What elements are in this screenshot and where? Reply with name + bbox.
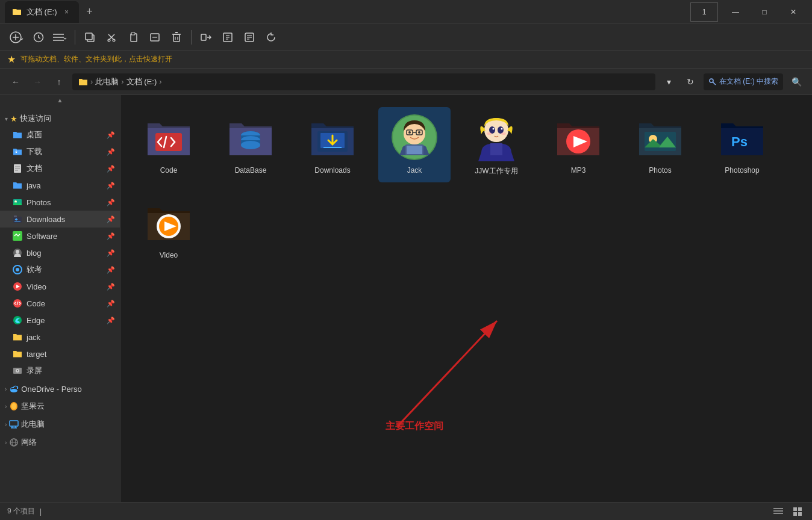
pin-icon: 📌: [107, 131, 115, 139]
recent-button[interactable]: [29, 28, 48, 47]
content-area: Code DataBase: [120, 95, 812, 502]
sidebar-section-thispc: › 此电脑: [0, 415, 120, 433]
up-button[interactable]: ↑: [51, 73, 67, 90]
chevron-right-icon2: ›: [5, 403, 7, 410]
sidebar-item-photos[interactable]: Photos 📌: [0, 194, 120, 211]
softkaoshi-icon: [12, 264, 23, 275]
scroll-up-button[interactable]: ▲: [0, 95, 120, 105]
refresh-button[interactable]: [261, 28, 281, 47]
sidebar-item-photos-label: Photos: [27, 198, 51, 207]
sidebar-onedrive-header[interactable]: › OneDrive - Perso: [0, 382, 120, 396]
sidebar-item-documents[interactable]: 文档 📌: [0, 160, 120, 177]
file-item-video[interactable]: Video: [133, 192, 205, 265]
svg-point-89: [501, 128, 503, 130]
sidebar-item-documents-label: 文档: [27, 163, 42, 174]
sidebar-item-code-label: Code: [27, 299, 45, 308]
move-button[interactable]: [196, 28, 216, 47]
sidebar-item-video[interactable]: Video 📌: [0, 278, 120, 295]
svg-point-81: [408, 131, 411, 134]
sidebar-item-downloads[interactable]: 下载 📌: [0, 143, 120, 160]
breadcrumb-thispc[interactable]: 此电脑: [95, 76, 119, 87]
close-button[interactable]: ✕: [779, 2, 807, 22]
window-count[interactable]: 1: [690, 2, 718, 22]
file-item-downloads[interactable]: Downloads: [296, 107, 369, 182]
pin-icon-sk: 📌: [107, 266, 115, 274]
sidebar-item-record[interactable]: 录屏: [0, 362, 120, 379]
sidebar-item-desktop-label: 桌面: [27, 129, 42, 140]
chevron-down-icon: ▾: [5, 116, 8, 122]
new-button[interactable]: [7, 28, 27, 47]
main-layout: ▲ ▾ ★ 快速访问 桌面 📌 下载: [0, 95, 812, 502]
sidebar-item-jack[interactable]: jack: [0, 329, 120, 345]
delete-button[interactable]: [167, 28, 186, 47]
search-scope-dropdown[interactable]: 在文档 (E:) 中搜索: [704, 73, 783, 90]
chevron-right-icon3: ›: [5, 421, 7, 428]
code-icon: [12, 298, 23, 309]
svg-point-82: [418, 131, 420, 134]
pin-icon-dl2: 📌: [107, 215, 115, 223]
breadcrumb-sep2: ›: [159, 77, 161, 86]
sidebar-item-downloads2[interactable]: Downloads 📌: [0, 211, 120, 228]
forward-button[interactable]: →: [29, 73, 46, 90]
sidebar-section-quick-access-header[interactable]: ▾ ★ 快速访问: [0, 111, 120, 126]
sidebar-item-software[interactable]: Software 📌: [0, 228, 120, 244]
file-label-photoshop: Photoshop: [725, 166, 759, 175]
minimize-button[interactable]: —: [722, 2, 749, 22]
file-item-photoshop[interactable]: Ps Photoshop: [706, 107, 778, 182]
title-tab[interactable]: 文档 (E:) ×: [5, 1, 79, 23]
breadcrumb[interactable]: › 此电脑 › 文档 (E:) ›: [72, 73, 655, 90]
new-tab-button[interactable]: +: [81, 4, 98, 20]
paste-button[interactable]: [123, 28, 143, 47]
sidebar-thispc-header[interactable]: › 此电脑: [0, 416, 120, 432]
search-scope-icon: [708, 78, 717, 86]
file-label-downloads: Downloads: [314, 166, 350, 175]
file-item-mp3[interactable]: MP3: [542, 107, 614, 182]
sidebar-item-downloads-label: 下载: [27, 146, 42, 157]
file-label-video: Video: [160, 251, 178, 259]
sidebar-item-code[interactable]: Code 📌: [0, 295, 120, 312]
status-bar: 9 个项目 |: [0, 502, 812, 520]
view-button[interactable]: [51, 28, 70, 47]
file-item-jjw[interactable]: JJW工作专用: [460, 107, 532, 182]
file-label-jjw: JJW工作专用: [475, 166, 517, 176]
file-item-code[interactable]: Code: [133, 107, 205, 182]
sidebar-network-header[interactable]: › 网络: [0, 435, 120, 450]
sidebar-item-desktop[interactable]: 桌面 📌: [0, 126, 120, 143]
address-refresh[interactable]: ↻: [682, 73, 699, 90]
title-tab-close[interactable]: ×: [62, 7, 72, 17]
grid-view-button[interactable]: [790, 504, 805, 519]
rename-button[interactable]: [145, 28, 164, 47]
list-view-button[interactable]: [771, 504, 785, 519]
crop-button[interactable]: [218, 28, 237, 47]
maximize-button[interactable]: □: [751, 2, 778, 22]
pin-icon-edge: 📌: [107, 317, 115, 324]
title-bar: 文档 (E:) × + 1 — □ ✕: [0, 0, 812, 24]
copy-button[interactable]: [80, 28, 99, 47]
pin-icon-code: 📌: [107, 300, 115, 308]
svg-point-57: [11, 403, 16, 409]
sidebar-item-java[interactable]: java 📌: [0, 177, 120, 194]
status-separator: |: [40, 507, 42, 516]
blog-icon: [12, 247, 23, 258]
search-button[interactable]: 🔍: [788, 73, 805, 90]
desktop-icon: [12, 129, 23, 140]
file-item-photos[interactable]: Photos: [624, 107, 696, 182]
back-button[interactable]: ←: [7, 73, 24, 90]
sidebar-item-softkaoshi[interactable]: 软考 📌: [0, 261, 120, 278]
breadcrumb-drive[interactable]: 文档 (E:): [126, 76, 157, 87]
svg-line-102: [398, 321, 497, 426]
sidebar-item-edge[interactable]: Edge 📌: [0, 312, 120, 329]
svg-text:Ps: Ps: [731, 134, 748, 149]
sidebar-item-target[interactable]: target: [0, 345, 120, 362]
sidebar-item-blog[interactable]: blog 📌: [0, 244, 120, 261]
network-label: 网络: [21, 437, 37, 448]
sidebar-jianguo-header[interactable]: › 坚果云: [0, 398, 120, 414]
file-item-jack[interactable]: Jack: [378, 107, 451, 182]
properties-button[interactable]: [240, 28, 259, 47]
star-icon: ★: [7, 54, 16, 65]
address-dropdown[interactable]: ▾: [660, 73, 677, 90]
cut-button[interactable]: [102, 28, 121, 47]
svg-point-90: [487, 132, 492, 135]
file-item-database[interactable]: DataBase: [214, 107, 287, 182]
jack-icon: [390, 113, 439, 161]
